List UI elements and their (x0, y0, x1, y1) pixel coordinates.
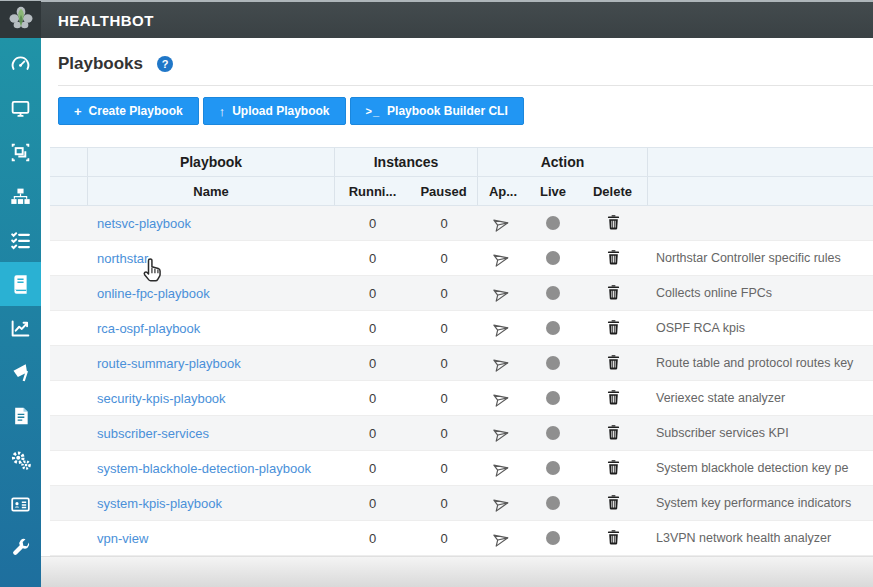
apply-button[interactable] (478, 416, 528, 450)
delete-button[interactable] (578, 346, 648, 380)
trash-icon (606, 389, 621, 408)
live-dot[interactable] (546, 286, 560, 300)
group-header-instances: Instances (335, 148, 478, 176)
apply-button[interactable] (478, 311, 528, 345)
playbook-name-link[interactable]: subscriber-services (97, 426, 209, 441)
playbook-name-link[interactable]: security-kpis-playbook (97, 391, 226, 406)
playbook-description (648, 206, 873, 240)
live-dot[interactable] (546, 216, 560, 230)
object-group-icon (10, 142, 31, 163)
sub-header-live: Live (528, 177, 578, 205)
apply-button[interactable] (478, 451, 528, 485)
delete-button[interactable] (578, 241, 648, 275)
gauge-icon (10, 54, 31, 75)
live-dot[interactable] (546, 356, 560, 370)
plus-icon: + (74, 105, 82, 118)
playbook-name-link[interactable]: rca-ospf-playbook (97, 321, 200, 336)
group-header-action: Action (478, 148, 648, 176)
create-playbook-button[interactable]: + Create Playbook (58, 97, 199, 125)
sitemap-icon (10, 186, 31, 207)
sidebar-item-monitor[interactable] (0, 86, 41, 130)
live-dot[interactable] (546, 496, 560, 510)
trash-icon (606, 249, 621, 268)
page-title: Playbooks (58, 54, 143, 74)
help-icon[interactable]: ? (157, 56, 173, 72)
app-title: HEALTHBOT (58, 12, 154, 29)
id-card-icon (10, 494, 31, 515)
toolbar: + Create Playbook ↑ Upload Playbook >_ P… (58, 97, 873, 125)
row-spacer (50, 311, 88, 345)
group-header-spacer (50, 148, 88, 176)
sidebar-item-playbooks[interactable] (0, 262, 41, 306)
sub-header-paused: Paused (410, 177, 478, 205)
delete-button[interactable] (578, 521, 648, 555)
apply-button[interactable] (478, 381, 528, 415)
playbook-description: OSPF RCA kpis (648, 311, 873, 345)
playbook-name-link[interactable]: system-blackhole-detection-playbook (97, 461, 311, 476)
delete-button[interactable] (578, 486, 648, 520)
playbook-builder-cli-button[interactable]: >_ Playbook Builder CLI (350, 97, 524, 125)
sidebar-item-checklist[interactable] (0, 218, 41, 262)
paper-plane-icon (495, 353, 512, 373)
apply-button[interactable] (478, 241, 528, 275)
delete-button[interactable] (578, 206, 648, 240)
playbook-name-cell: online-fpc-playbook (88, 276, 335, 310)
live-dot[interactable] (546, 426, 560, 440)
paused-count: 0 (410, 416, 478, 450)
upload-icon: ↑ (219, 105, 226, 118)
delete-button[interactable] (578, 451, 648, 485)
playbook-name-link[interactable]: netsvc-playbook (97, 216, 191, 231)
live-cell (528, 346, 578, 380)
playbook-name-cell: system-kpis-playbook (88, 486, 335, 520)
sidebar-item-gauge[interactable] (0, 42, 41, 86)
sidebar-item-object-group[interactable] (0, 130, 41, 174)
playbook-name-link[interactable]: system-kpis-playbook (97, 496, 222, 511)
gears-icon (10, 449, 32, 471)
running-count: 0 (335, 521, 410, 555)
apply-button[interactable] (478, 346, 528, 380)
apply-button[interactable] (478, 521, 528, 555)
group-header-playbook: Playbook (88, 148, 335, 176)
sidebar-item-sitemap[interactable] (0, 174, 41, 218)
live-dot[interactable] (546, 391, 560, 405)
sidebar-item-document[interactable] (0, 394, 41, 438)
live-dot[interactable] (546, 251, 560, 265)
sub-header-description (648, 177, 873, 205)
flag-icon (10, 362, 31, 383)
app-logo (0, 1, 41, 39)
sidebar-item-tools[interactable] (0, 526, 41, 570)
live-dot[interactable] (546, 461, 560, 475)
live-dot[interactable] (546, 321, 560, 335)
paused-count: 0 (410, 311, 478, 345)
row-spacer (50, 416, 88, 450)
trash-icon (606, 424, 621, 443)
sidebar-item-charts[interactable] (0, 306, 41, 350)
delete-button[interactable] (578, 311, 648, 345)
table-body: netsvc-playbook 0 0 (50, 206, 873, 556)
playbook-name-link[interactable]: northstar (97, 251, 148, 266)
paper-plane-icon (495, 213, 512, 233)
apply-button[interactable] (478, 206, 528, 240)
playbook-name-link[interactable]: vpn-view (97, 531, 148, 546)
apply-button[interactable] (478, 486, 528, 520)
live-dot[interactable] (546, 531, 560, 545)
row-spacer (50, 451, 88, 485)
paper-plane-icon (495, 423, 512, 443)
apply-button[interactable] (478, 276, 528, 310)
upload-playbook-button[interactable]: ↑ Upload Playbook (203, 97, 346, 125)
paused-count: 0 (410, 346, 478, 380)
sidebar-item-id-card[interactable] (0, 482, 41, 526)
delete-button[interactable] (578, 416, 648, 450)
delete-button[interactable] (578, 276, 648, 310)
sidebar-item-flag[interactable] (0, 350, 41, 394)
playbook-name-link[interactable]: route-summary-playbook (97, 356, 241, 371)
row-spacer (50, 486, 88, 520)
playbook-description: Northstar Controller specific rules (648, 241, 873, 275)
playbook-description: Route table and protocol routes key (648, 346, 873, 380)
top-bar: HEALTHBOT (0, 0, 873, 38)
paper-plane-icon (495, 388, 512, 408)
delete-button[interactable] (578, 381, 648, 415)
playbook-name-link[interactable]: online-fpc-playbook (97, 286, 210, 301)
paper-plane-icon (495, 283, 512, 303)
sidebar-item-settings[interactable] (0, 438, 41, 482)
